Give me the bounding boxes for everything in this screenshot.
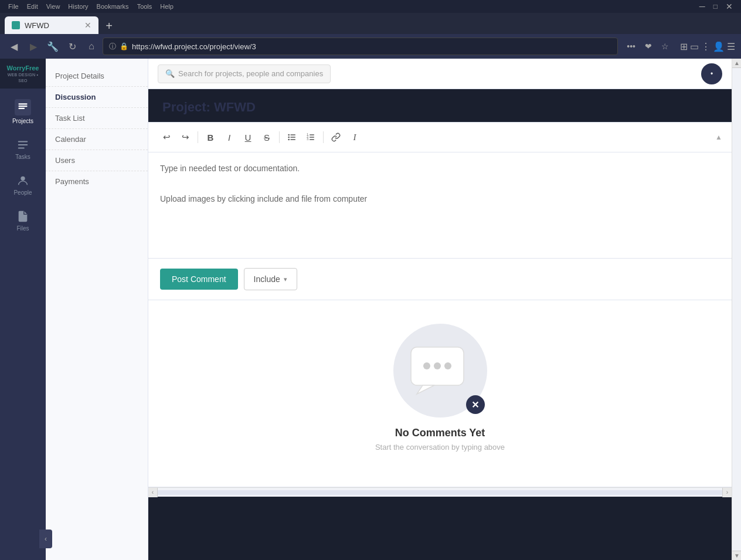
vertical-scrollbar[interactable]: ▲ ▼: [732, 59, 741, 560]
italic-button[interactable]: I: [220, 128, 238, 146]
sidebar-item-tasks[interactable]: Tasks: [0, 133, 46, 166]
svg-point-21: [423, 362, 430, 369]
empty-state: ✕ No Comments Yet Start the conversation…: [148, 300, 732, 487]
editor-actions: Post Comment Include ▾: [148, 259, 732, 300]
menu-view[interactable]: View: [43, 3, 64, 10]
include-button[interactable]: Include ▾: [244, 268, 297, 290]
empty-state-icon: ✕: [393, 324, 487, 418]
left-sidebar: WorryFree WEB DESIGN • SEO Projects Task…: [0, 59, 46, 560]
address-bar[interactable]: ⓘ 🔒 https://wfwd.project.co/project/view…: [103, 38, 618, 55]
user-avatar[interactable]: •: [701, 63, 722, 84]
empty-state-subtitle: Start the conversation by typing above: [375, 443, 505, 452]
files-icon: [16, 210, 29, 223]
refresh-button[interactable]: ↻: [64, 38, 80, 55]
sidebar-item-payments[interactable]: Payments: [46, 171, 148, 192]
italic2-button[interactable]: I: [346, 128, 363, 146]
undo-button[interactable]: ↩: [158, 128, 175, 146]
ordered-list-button[interactable]: 1.2.3.: [302, 128, 319, 146]
editor-text-line2: Upload images by clicking include and fi…: [160, 192, 720, 205]
browser-navbar: ◀ ▶ 🔧 ↻ ⌂ ⓘ 🔒 https://wfwd.project.co/pr…: [0, 34, 741, 59]
main-search-bar[interactable]: 🔍 Search for projects, people and compan…: [158, 65, 331, 83]
menu-help[interactable]: Help: [157, 3, 177, 10]
sidebar-item-people[interactable]: People: [0, 168, 46, 202]
link-button[interactable]: [327, 128, 345, 146]
menu-edit[interactable]: Edit: [23, 3, 42, 10]
svg-rect-5: [18, 147, 25, 148]
empty-state-title: No Comments Yet: [395, 427, 485, 439]
svg-rect-2: [19, 108, 25, 109]
bold-button[interactable]: B: [202, 128, 219, 146]
svg-rect-8: [290, 134, 295, 135]
page-title: Project: WFWD: [162, 100, 718, 115]
scroll-track[interactable]: [158, 490, 722, 495]
strikethrough-button[interactable]: S: [258, 128, 276, 146]
people-icon: [16, 174, 29, 187]
projects-label: Projects: [12, 118, 33, 124]
sidebar-item-calendar[interactable]: Calendar: [46, 129, 148, 150]
include-label: Include: [254, 274, 280, 284]
tab-close-icon[interactable]: ✕: [84, 21, 91, 30]
library-icon[interactable]: ⊞: [680, 41, 688, 52]
editor-scroll-up[interactable]: ▲: [715, 133, 722, 141]
second-sidebar: Project Details Discussion Task List Cal…: [46, 59, 148, 560]
nav-extra-buttons: ••• ❤ ☆: [623, 40, 672, 52]
underline-button[interactable]: U: [239, 128, 257, 146]
editor-area[interactable]: Type in needed test or documentation. Up…: [148, 152, 732, 258]
window-close[interactable]: ✕: [722, 2, 736, 11]
sidebar-item-projects[interactable]: Projects: [0, 93, 46, 130]
account-icon[interactable]: 👤: [713, 41, 725, 52]
svg-rect-14: [310, 134, 314, 135]
unordered-list-button[interactable]: [283, 128, 301, 146]
new-tab-button[interactable]: +: [101, 18, 117, 34]
sidebar-collapse-button[interactable]: ‹: [39, 530, 52, 548]
svg-rect-1: [19, 106, 28, 107]
svg-rect-4: [18, 144, 28, 145]
sidebar-item-users[interactable]: Users: [46, 150, 148, 171]
scroll-thumb-track[interactable]: [732, 68, 741, 551]
tab-bar: WFWD ✕ +: [0, 13, 741, 34]
menu-bookmarks[interactable]: Bookmarks: [93, 3, 132, 10]
svg-rect-10: [290, 137, 295, 137]
sidebar-item-files[interactable]: Files: [0, 204, 46, 237]
extensions-icon[interactable]: ⋮: [701, 41, 711, 52]
scroll-left-arrow[interactable]: ‹: [148, 488, 158, 497]
bookmark-icon[interactable]: ❤: [641, 40, 655, 52]
post-comment-button[interactable]: Post Comment: [160, 269, 238, 290]
redo-button[interactable]: ↪: [176, 128, 194, 146]
page-header: Project: WFWD: [148, 89, 732, 122]
svg-point-22: [434, 362, 441, 369]
main-scroll-area: Project: WFWD ↩ ↪ B I U S: [148, 89, 732, 560]
tab-title: WFWD: [25, 21, 49, 30]
overflow-menu-icon[interactable]: •••: [623, 40, 639, 52]
star-icon[interactable]: ☆: [658, 40, 672, 52]
home-button[interactable]: ⌂: [83, 38, 100, 55]
scroll-right-arrow[interactable]: ›: [722, 488, 732, 497]
back-button[interactable]: ◀: [6, 38, 22, 55]
svg-point-23: [444, 362, 451, 369]
hamburger-menu-icon[interactable]: ☰: [727, 41, 735, 52]
window-maximize[interactable]: □: [710, 2, 721, 11]
svg-rect-12: [290, 139, 295, 140]
forward-button[interactable]: ▶: [25, 38, 42, 55]
menu-tools[interactable]: Tools: [134, 3, 156, 10]
scroll-down-arrow[interactable]: ▼: [732, 551, 741, 560]
sidebar-item-task-list[interactable]: Task List: [46, 108, 148, 129]
window-minimize[interactable]: ─: [696, 2, 709, 11]
sidebar-item-discussion[interactable]: Discussion: [46, 87, 148, 108]
svg-point-11: [288, 139, 290, 141]
window-control-min[interactable]: File: [5, 3, 22, 10]
browser-tab-wfwd[interactable]: WFWD ✕: [5, 16, 98, 34]
horizontal-scrollbar[interactable]: ‹ ›: [148, 487, 732, 497]
files-label: Files: [16, 225, 29, 232]
tab-favicon: [12, 21, 20, 29]
menu-history[interactable]: History: [64, 3, 91, 10]
sidebar-toggle-icon[interactable]: ▭: [690, 41, 699, 52]
chat-bubble-svg: [408, 344, 473, 397]
search-placeholder: Search for projects, people and companie…: [178, 69, 323, 78]
svg-rect-3: [18, 141, 28, 142]
editor-text-line1: Type in needed test or documentation.: [160, 162, 720, 175]
scroll-up-arrow[interactable]: ▲: [732, 59, 741, 68]
editor-toolbar: ↩ ↪ B I U S 1.2.3.: [148, 123, 732, 152]
sidebar-item-project-details[interactable]: Project Details: [46, 66, 148, 87]
tools-button[interactable]: 🔧: [45, 38, 61, 55]
